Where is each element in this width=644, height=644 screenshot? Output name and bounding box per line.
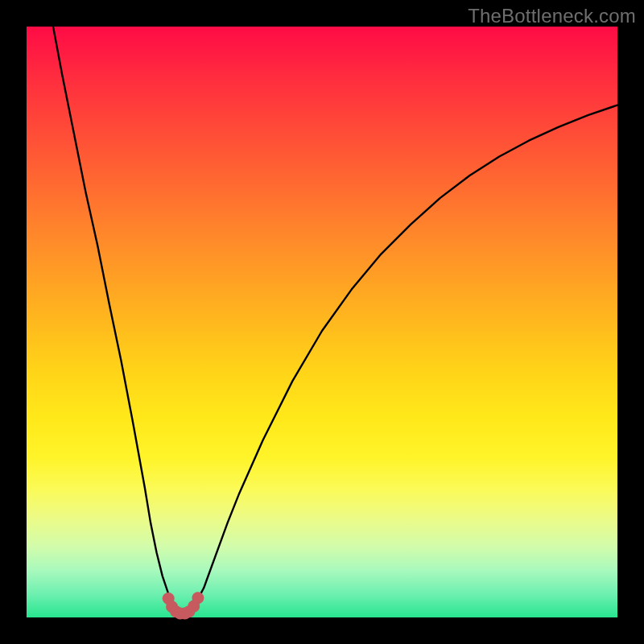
curve-right-branch	[195, 105, 617, 605]
valley-marker-dot	[192, 592, 204, 604]
curve-layer	[27, 27, 617, 617]
chart-frame: TheBottleneck.com	[0, 0, 644, 644]
plot-area	[27, 27, 617, 617]
curve-left-branch	[53, 27, 175, 605]
watermark-text: TheBottleneck.com	[468, 5, 636, 27]
valley-markers	[163, 592, 204, 619]
